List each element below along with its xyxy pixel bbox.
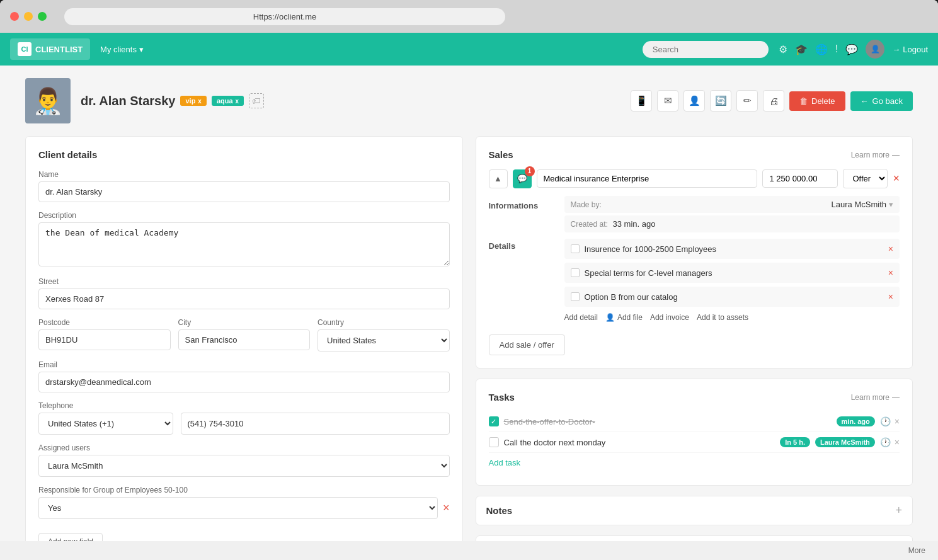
postcode-field-group: Postcode bbox=[38, 318, 171, 351]
bottom-bar: More bbox=[0, 541, 938, 560]
task-remove-icon-1[interactable]: × bbox=[895, 437, 900, 447]
street-input[interactable] bbox=[38, 289, 450, 309]
aqua-tag-remove[interactable]: x bbox=[236, 98, 239, 105]
assigned-users-label: Assigned users bbox=[38, 443, 450, 452]
telephone-row: United States (+1) bbox=[38, 413, 450, 435]
share-action-btn[interactable]: 🔄 bbox=[710, 90, 731, 111]
my-clients-menu[interactable]: My clients ▾ bbox=[100, 45, 144, 54]
aqua-tag: aqua x bbox=[212, 96, 244, 106]
add-tag-button[interactable]: 🏷 bbox=[249, 93, 264, 108]
name-label: Name bbox=[38, 170, 450, 179]
description-textarea[interactable]: the Dean of medical Academy bbox=[38, 222, 450, 266]
task-tag-time-0: min. ago bbox=[837, 416, 875, 426]
client-name-section: dr. Alan Starsky vip x aqua x 🏷 bbox=[81, 93, 621, 108]
search-input[interactable] bbox=[643, 41, 769, 58]
country-select[interactable]: United States bbox=[317, 329, 450, 351]
email-field-group: Email bbox=[38, 360, 450, 392]
notes-add-icon[interactable]: + bbox=[895, 504, 902, 517]
email-action-btn[interactable]: ✉ bbox=[657, 90, 678, 111]
client-header: 👨‍⚕️ dr. Alan Starsky vip x aqua x 🏷 📱 bbox=[25, 78, 913, 123]
address-row: Postcode City Country United States bbox=[38, 318, 450, 360]
gear-icon[interactable]: ⚙ bbox=[779, 43, 787, 55]
chat-badge: 1 bbox=[525, 166, 535, 176]
main-content: 👨‍⚕️ dr. Alan Starsky vip x aqua x 🏷 📱 bbox=[0, 66, 938, 560]
mortarboard-icon[interactable]: 🎓 bbox=[795, 43, 808, 55]
task-clock-icon-1[interactable]: 🕐 bbox=[880, 437, 891, 447]
assigned-users-select[interactable]: Laura McSmith bbox=[38, 455, 450, 477]
task-checkbox-done-0[interactable]: ✓ bbox=[489, 416, 499, 426]
postcode-label: Postcode bbox=[38, 318, 171, 327]
name-input[interactable] bbox=[38, 181, 450, 202]
notes-title: Notes bbox=[486, 505, 513, 516]
vip-tag-remove[interactable]: x bbox=[198, 98, 202, 105]
task-clock-icon-0[interactable]: 🕐 bbox=[880, 416, 891, 426]
user-avatar[interactable]: 👤 bbox=[866, 40, 884, 59]
tasks-title: Tasks bbox=[489, 392, 515, 403]
detail-remove-1[interactable]: × bbox=[888, 268, 893, 278]
detail-checkbox-2[interactable] bbox=[571, 292, 580, 301]
task-tag-person-1: Laura McSmith bbox=[815, 437, 875, 447]
task-remove-icon-0[interactable]: × bbox=[895, 416, 900, 426]
detail-remove-0[interactable]: × bbox=[888, 244, 893, 254]
country-label: Country bbox=[317, 318, 450, 327]
created-value: 33 min. ago bbox=[613, 219, 656, 229]
responsible-remove-btn[interactable]: × bbox=[443, 501, 450, 515]
tasks-learn-more[interactable]: Learn more — bbox=[851, 393, 900, 402]
edit-action-btn[interactable]: ✏ bbox=[736, 90, 758, 111]
logout-button[interactable]: → Logout bbox=[892, 45, 928, 54]
task-checkbox-1[interactable] bbox=[489, 437, 499, 447]
detail-text-0: Insurence for 1000-2500 Employees bbox=[585, 244, 883, 254]
browser-min-btn[interactable] bbox=[24, 12, 33, 21]
browser-address-bar[interactable]: Https://oclient.me bbox=[64, 8, 505, 25]
globe-icon[interactable]: 🌐 bbox=[815, 43, 828, 55]
email-input[interactable] bbox=[38, 372, 450, 392]
add-file-link[interactable]: 👤 Add file bbox=[605, 313, 643, 322]
details-label: Details bbox=[489, 239, 564, 251]
task-text-0: Send-the-offer-to-Doctor- bbox=[504, 417, 832, 426]
postcode-input[interactable] bbox=[38, 329, 171, 350]
go-back-button[interactable]: ← Go back bbox=[850, 91, 913, 111]
sales-learn-more[interactable]: Learn more — bbox=[851, 151, 900, 159]
browser-max-btn[interactable] bbox=[38, 12, 47, 21]
responsible-select[interactable]: Yes bbox=[38, 497, 438, 519]
sale-chat-btn[interactable]: 💬 1 bbox=[513, 169, 532, 188]
phone-input[interactable] bbox=[181, 413, 450, 435]
brand-logo[interactable]: Cl CLIENTLIST bbox=[10, 38, 90, 60]
detail-item-2: Option B from our catalog × bbox=[564, 287, 900, 307]
detail-checkbox-1[interactable] bbox=[571, 268, 580, 277]
sale-amount-input[interactable] bbox=[762, 169, 838, 188]
sale-status-select[interactable]: Offer bbox=[843, 169, 888, 188]
delete-button[interactable]: 🗑 Delete bbox=[789, 91, 845, 111]
vip-tag: vip x bbox=[180, 96, 206, 106]
user-action-btn[interactable]: 👤 bbox=[683, 90, 705, 111]
add-task-button[interactable]: Add task bbox=[489, 453, 521, 472]
city-input[interactable] bbox=[178, 329, 311, 350]
task-item-1: Call the doctor next monday In 5 h. Laur… bbox=[489, 432, 900, 453]
city-label: City bbox=[178, 318, 311, 327]
add-sale-button[interactable]: Add sale / offer bbox=[489, 334, 565, 355]
sale-name-input[interactable] bbox=[537, 169, 758, 188]
detail-remove-2[interactable]: × bbox=[888, 292, 893, 302]
made-by-row: Made by: Laura McSmith ▾ bbox=[564, 196, 900, 213]
browser-close-btn[interactable] bbox=[10, 12, 19, 21]
phone-country-select[interactable]: United States (+1) bbox=[38, 413, 173, 435]
tasks-section-header: Tasks Learn more — bbox=[489, 392, 900, 403]
street-field-group: Street bbox=[38, 277, 450, 309]
add-detail-link[interactable]: Add detail bbox=[564, 313, 598, 322]
mobile-action-btn[interactable]: 📱 bbox=[631, 90, 652, 111]
more-label[interactable]: More bbox=[908, 546, 925, 555]
add-invoice-link[interactable]: Add invoice bbox=[650, 313, 689, 322]
add-assets-link[interactable]: Add it to assets bbox=[697, 313, 748, 322]
chat-icon[interactable]: 💬 bbox=[845, 43, 858, 55]
add-file-icon: 👤 bbox=[605, 313, 615, 322]
sale-info-section: Informations Made by: Laura McSmith ▾ bbox=[489, 196, 900, 232]
sale-remove-btn[interactable]: × bbox=[893, 172, 900, 185]
two-col-layout: Client details Name Description the Dean… bbox=[25, 136, 913, 560]
sale-collapse-btn[interactable]: ▲ bbox=[489, 169, 508, 188]
info-icon[interactable]: ! bbox=[835, 43, 838, 55]
sale-row: ▲ 💬 1 Offer × bbox=[489, 169, 900, 188]
detail-checkbox-0[interactable] bbox=[571, 244, 580, 253]
browser-titlebar: Https://oclient.me bbox=[0, 0, 938, 33]
print-action-btn[interactable]: 🖨 bbox=[763, 90, 784, 111]
delete-icon: 🗑 bbox=[799, 96, 808, 106]
